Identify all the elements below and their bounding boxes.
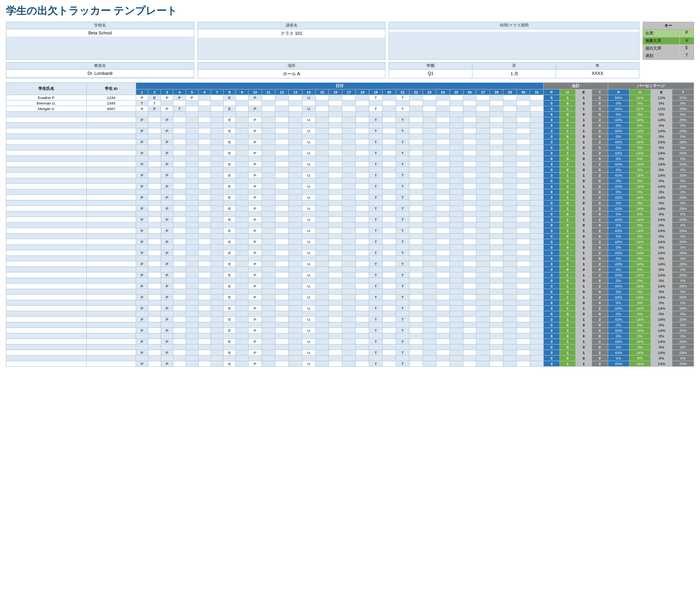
date-cell-20: [383, 272, 396, 278]
date-cell-27: [476, 128, 490, 134]
pct-t: 29%: [672, 350, 694, 356]
date-cell-25: [450, 250, 463, 256]
total-t: 2: [592, 350, 608, 356]
key-tardy-code: T: [680, 52, 694, 59]
date-cell-16: [329, 317, 342, 322]
date-cell-31: [530, 272, 544, 278]
school-label: 学校名: [6, 22, 194, 29]
date-num-13: 13: [288, 89, 302, 95]
key-table: キー 出席 P 無断欠席 U 届出欠席 E 遅刻 T: [643, 22, 694, 60]
date-cell-22: [409, 95, 423, 101]
student-name: [6, 295, 87, 300]
date-cell-17: [342, 228, 356, 234]
total-u: 1: [560, 184, 576, 189]
date-cell-15: [315, 217, 329, 223]
date-cell-28: [490, 95, 503, 101]
table-body: Euadne P.1234PEPPPEPUTT511256%11%11%22%B…: [6, 95, 694, 367]
total-p: 3: [543, 228, 560, 234]
date-cell-21: T: [396, 339, 409, 344]
date-num-6: 6: [198, 89, 211, 95]
table-row-zero: 00000%0%0%0%: [6, 267, 694, 272]
total-p: 3: [543, 150, 560, 156]
date-cell-14: U: [302, 361, 315, 367]
date-cell-7: [211, 261, 224, 267]
date-cell-9: [236, 217, 249, 223]
date-cell-31: [530, 295, 544, 300]
date-cell-25: [450, 162, 463, 167]
pct-u: 14%: [629, 261, 651, 267]
term-value: Q1: [389, 70, 472, 78]
location-label: 場所: [198, 63, 385, 70]
date-cell-5: [186, 295, 198, 300]
date-cell-28: [490, 162, 503, 167]
total-t: 2: [592, 361, 608, 367]
date-cell-10: P: [249, 195, 262, 200]
date-cell-3: P: [161, 95, 173, 101]
pct-u: 14%: [629, 306, 651, 311]
total-p: 3: [543, 272, 560, 278]
date-cell-31: [530, 361, 544, 367]
date-cell-12: [275, 261, 288, 267]
date-cell-27: [476, 101, 490, 106]
date-cell-20: [383, 217, 396, 223]
total-u: 1: [560, 139, 576, 145]
date-cell-28: [490, 250, 503, 256]
date-cell-9: [236, 106, 249, 112]
date-cell-9: [236, 261, 249, 267]
date-cell-6: [198, 162, 211, 167]
date-cell-27: [476, 162, 490, 167]
time-block: 時間/クラス期間: [389, 22, 639, 60]
date-cell-26: [463, 306, 476, 311]
date-cell-27: [476, 261, 490, 267]
date-cell-2: [148, 139, 161, 145]
date-cell-28: [490, 128, 503, 134]
pct-u: 14%: [629, 128, 651, 134]
date-cell-30: [517, 261, 530, 267]
pct-p: 43%: [608, 139, 629, 145]
date-cell-23: [423, 128, 436, 134]
date-cell-12: [275, 350, 288, 356]
date-cell-30: [517, 206, 530, 211]
date-cell-8: E: [223, 272, 236, 278]
date-cell-3: P: [161, 128, 173, 134]
date-cell-12: [275, 162, 288, 167]
date-cell-21: T: [396, 162, 409, 167]
date-cell-24: [436, 361, 450, 367]
date-cell-17: [342, 128, 356, 134]
table-row: PPEPUTT311243%14%14%29%: [6, 317, 694, 322]
time-label: 時間/クラス期間: [389, 22, 639, 29]
date-cell-23: [423, 361, 436, 367]
pct-e: 14%: [651, 150, 672, 156]
month-value: １月: [472, 70, 556, 78]
pct-p: 43%: [608, 128, 629, 134]
date-cell-11: [262, 217, 275, 223]
total-e: 1: [576, 95, 592, 101]
date-cell-10: [249, 101, 262, 106]
date-cell-15: [315, 272, 329, 278]
date-cell-20: [383, 128, 396, 134]
date-cell-23: [423, 101, 436, 106]
table-row: Euadne P.1234PEPPPEPUTT511256%11%11%22%: [6, 95, 694, 101]
table-row-zero: 00000%0%0%0%: [6, 211, 694, 217]
date-cell-27: [476, 228, 490, 234]
table-row: PPEPUTT311243%14%14%29%: [6, 139, 694, 145]
pct-e: 14%: [651, 184, 672, 189]
date-cell-24: [436, 173, 450, 178]
pct-u: 14%: [629, 228, 651, 234]
date-cell-29: [503, 150, 517, 156]
date-cell-2: [148, 173, 161, 178]
date-cell-23: [423, 250, 436, 256]
date-num-9: 9: [236, 89, 249, 95]
date-cell-4: [173, 150, 186, 156]
date-cell-30: [517, 95, 530, 101]
date-cell-9: [236, 162, 249, 167]
pct-p: 43%: [608, 162, 629, 167]
date-cell-19: T: [369, 284, 383, 289]
total-u: 0: [560, 101, 576, 106]
date-cell-9: [236, 361, 249, 367]
date-cell-23: [423, 184, 436, 189]
date-cell-26: [463, 239, 476, 245]
date-cell-23: [423, 328, 436, 333]
date-cell-19: T: [369, 306, 383, 311]
date-cell-13: [288, 284, 302, 289]
